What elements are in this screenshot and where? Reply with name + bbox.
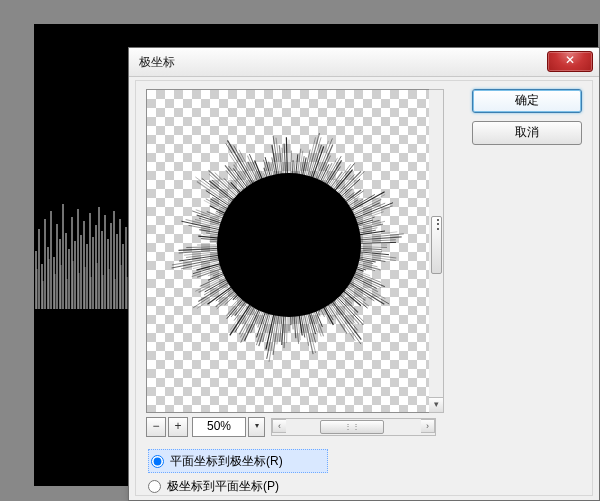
dialog-button-column: 确定 取消: [472, 89, 582, 153]
svg-line-226: [228, 140, 259, 193]
svg-line-214: [209, 170, 246, 204]
close-icon: ✕: [565, 53, 575, 67]
option-polar-to-rect[interactable]: 极坐标到平面坐标(P): [148, 475, 438, 497]
radio-rect-to-polar[interactable]: [151, 455, 164, 468]
option-rect-to-polar[interactable]: 平面坐标到极坐标(R): [148, 449, 328, 473]
zoom-out-button[interactable]: −: [146, 417, 166, 437]
preview-artwork: [147, 90, 431, 412]
zoom-dropdown-button[interactable]: ▾: [248, 417, 265, 437]
app-workspace: 极坐标 ✕ ⋮ ▾: [0, 0, 600, 501]
conversion-options: 平面坐标到极坐标(R) 极坐标到平面坐标(P): [148, 449, 438, 499]
preview-vertical-scrollbar[interactable]: ⋮ ▾: [429, 89, 444, 413]
svg-point-52: [217, 173, 361, 317]
svg-line-117: [290, 305, 291, 325]
ok-button[interactable]: 确定: [472, 89, 582, 113]
radio-polar-to-rect[interactable]: [148, 480, 161, 493]
close-button[interactable]: ✕: [547, 51, 593, 72]
dialog-body: ⋮ ▾ − + 50% ▾ ‹ ⋮⋮ ›: [135, 80, 593, 496]
dialog-title: 极坐标: [139, 54, 175, 71]
preview-area: ⋮ ▾: [146, 89, 444, 427]
preview-horizontal-scrollbar[interactable]: ‹ ⋮⋮ ›: [271, 418, 436, 436]
scroll-down-arrow-icon[interactable]: ▾: [429, 397, 443, 412]
polar-coordinates-dialog: 极坐标 ✕ ⋮ ▾: [128, 47, 600, 501]
filter-preview[interactable]: [146, 89, 432, 413]
option-label: 极坐标到平面坐标(P): [167, 478, 279, 495]
scroll-right-arrow-icon[interactable]: ›: [421, 419, 435, 433]
dialog-titlebar[interactable]: 极坐标 ✕: [129, 48, 599, 77]
option-label: 平面坐标到极坐标(R): [170, 453, 283, 470]
canvas-artwork: [34, 189, 136, 309]
svg-line-281: [332, 171, 365, 203]
zoom-toolbar: − + 50% ▾ ‹ ⋮⋮ ›: [146, 417, 436, 437]
vertical-scroll-thumb[interactable]: ⋮: [431, 216, 442, 274]
scroll-left-arrow-icon[interactable]: ‹: [272, 419, 286, 433]
cancel-button[interactable]: 取消: [472, 121, 582, 145]
horizontal-scroll-thumb[interactable]: ⋮⋮: [320, 420, 384, 434]
zoom-in-button[interactable]: +: [168, 417, 188, 437]
chevron-down-icon: ▾: [255, 421, 259, 430]
zoom-value-field[interactable]: 50%: [192, 417, 246, 437]
